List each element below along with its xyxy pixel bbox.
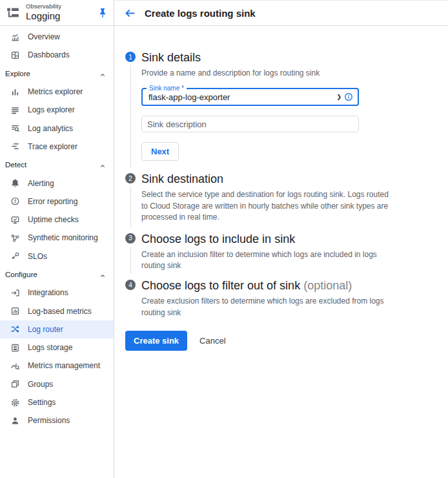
sidebar: Observability Logging Overview Dashboard… <box>0 0 114 478</box>
sidebar-item-label: Log analytics <box>28 124 73 133</box>
app-window: Observability Logging Overview Dashboard… <box>0 0 448 478</box>
sink-description-field[interactable] <box>141 116 359 132</box>
log-based-metrics-icon <box>10 306 20 316</box>
step-connector-line <box>130 247 131 275</box>
step-title-optional: (optional) <box>303 279 352 292</box>
step-rail: 2 <box>125 171 136 231</box>
alerting-bell-icon <box>10 178 20 188</box>
sidebar-item-label: Metrics explorer <box>28 87 83 96</box>
sidebar-item-overview[interactable]: Overview <box>0 28 114 46</box>
step-title: Sink destination <box>141 171 435 187</box>
sidebar-item-error-reporting[interactable]: Error reporting <box>0 192 114 211</box>
page-header: Create logs routing sink <box>114 1 448 26</box>
back-arrow-icon[interactable] <box>124 7 136 19</box>
step-sink-details: 1 Sink details Provide a name and descri… <box>125 50 435 171</box>
sidebar-item-metrics-management[interactable]: Metrics management <box>0 357 114 375</box>
step-number-badge: 3 <box>125 233 136 244</box>
step-description: Create an inclusion filter to determine … <box>141 249 394 272</box>
section-label: Configure <box>5 271 37 278</box>
step-include-logs: 3 Choose logs to include in sink Create … <box>125 231 435 278</box>
step-description: Select the service type and destination … <box>141 189 394 223</box>
logs-storage-box-icon <box>10 343 20 353</box>
sidebar-header: Observability Logging <box>0 0 114 26</box>
sidebar-item-label: Alerting <box>28 179 54 188</box>
sidebar-item-trace-explorer[interactable]: Trace explorer <box>0 138 114 156</box>
chevron-up-icon <box>99 70 107 78</box>
sidebar-item-integrations[interactable]: Integrations <box>0 284 114 302</box>
sidebar-item-label: Log-based metrics <box>28 307 92 316</box>
step-rail: 1 <box>125 50 136 171</box>
sidebar-item-label: Integrations <box>28 288 68 297</box>
sidebar-item-label: Synthetic monitoring <box>28 233 98 242</box>
sink-name-field[interactable]: Sink name * ❯ <box>141 88 359 106</box>
sidebar-item-log-analytics[interactable]: Log analytics <box>0 119 114 137</box>
log-analytics-search-icon <box>10 123 20 133</box>
wizard-content: 1 Sink details Provide a name and descri… <box>114 26 448 351</box>
sidebar-item-log-based-metrics[interactable]: Log-based metrics <box>0 302 114 320</box>
sink-name-input[interactable] <box>148 92 334 102</box>
sidebar-item-logs-storage[interactable]: Logs storage <box>0 338 114 357</box>
step-description: Provide a name and description for logs … <box>141 68 394 79</box>
overview-chart-icon <box>10 32 20 42</box>
sidebar-item-uptime-checks[interactable]: Uptime checks <box>0 211 114 229</box>
sidebar-item-slos[interactable]: SLOs <box>0 247 114 265</box>
sidebar-item-label: Error reporting <box>28 197 77 206</box>
create-sink-button[interactable]: Create sink <box>125 331 187 351</box>
step-connector-line <box>130 187 131 227</box>
step-title: Choose logs to filter out of sink (optio… <box>141 278 435 293</box>
sidebar-item-log-router[interactable]: Log router <box>0 320 114 338</box>
product-name: Logging <box>26 10 97 21</box>
log-router-shuffle-icon <box>10 324 20 334</box>
step-rail: 3 <box>125 231 136 278</box>
logs-explorer-lines-icon <box>10 105 20 115</box>
sidebar-section-explore[interactable]: Explore <box>0 65 114 83</box>
sidebar-item-label: Logs explorer <box>28 105 75 114</box>
form-actions: Create sink Cancel <box>125 331 435 351</box>
step-title: Choose logs to include in sink <box>141 231 435 247</box>
next-button[interactable]: Next <box>141 142 179 161</box>
dashboards-grid-icon <box>10 50 20 60</box>
sidebar-item-label: Trace explorer <box>28 142 77 151</box>
step-connector-line <box>130 65 131 167</box>
sidebar-item-groups[interactable]: Groups <box>0 375 114 393</box>
product-eyebrow: Observability <box>26 3 97 10</box>
uptime-checks-monitor-icon <box>10 215 20 225</box>
sink-description-input[interactable] <box>147 119 353 129</box>
step-number-badge: 1 <box>125 52 136 62</box>
groups-squares-icon <box>10 379 20 389</box>
step-rail: 4 <box>125 278 136 325</box>
sidebar-section-detect[interactable]: Detect <box>0 156 114 174</box>
sidebar-item-label: Log router <box>28 325 63 334</box>
permissions-person-icon <box>10 416 20 426</box>
sink-name-label: Sink name * <box>147 85 187 92</box>
sidebar-item-label: Logs storage <box>28 343 72 352</box>
sidebar-item-metrics-explorer[interactable]: Metrics explorer <box>0 83 114 101</box>
settings-gear-icon <box>10 398 20 408</box>
info-icon[interactable] <box>344 92 353 101</box>
step-exclude-logs: 4 Choose logs to filter out of sink (opt… <box>125 278 435 325</box>
main-panel: Create logs routing sink 1 Sink details … <box>114 0 448 478</box>
sidebar-nav: Overview Dashboards Explore Metrics expl… <box>0 26 114 430</box>
sidebar-item-label: Dashboards <box>28 50 70 59</box>
sidebar-item-logs-explorer[interactable]: Logs explorer <box>0 101 114 119</box>
sidebar-item-label: Uptime checks <box>28 215 79 224</box>
sidebar-item-label: Metrics management <box>28 361 100 370</box>
sidebar-item-settings[interactable]: Settings <box>0 393 114 411</box>
metrics-management-icon <box>10 361 20 371</box>
sidebar-item-synthetic-monitoring[interactable]: Synthetic monitoring <box>0 229 114 247</box>
chevron-up-icon <box>99 271 107 278</box>
step-title: Sink details <box>141 50 435 65</box>
pin-icon[interactable] <box>97 7 108 19</box>
slos-nodes-icon <box>10 251 20 261</box>
sidebar-item-alerting[interactable]: Alerting <box>0 174 114 192</box>
cancel-button[interactable]: Cancel <box>199 336 225 346</box>
step-description: Create exclusion filters to determine wh… <box>141 296 394 318</box>
sidebar-section-configure[interactable]: Configure <box>0 265 114 284</box>
trace-explorer-icon <box>10 141 20 151</box>
sidebar-item-dashboards[interactable]: Dashboards <box>0 46 114 64</box>
page-title: Create logs routing sink <box>145 8 256 19</box>
sidebar-item-permissions[interactable]: Permissions <box>0 411 114 430</box>
sidebar-item-label: SLOs <box>28 252 47 261</box>
error-reporting-icon <box>10 196 20 206</box>
chevron-right-icon: ❯ <box>336 94 341 100</box>
